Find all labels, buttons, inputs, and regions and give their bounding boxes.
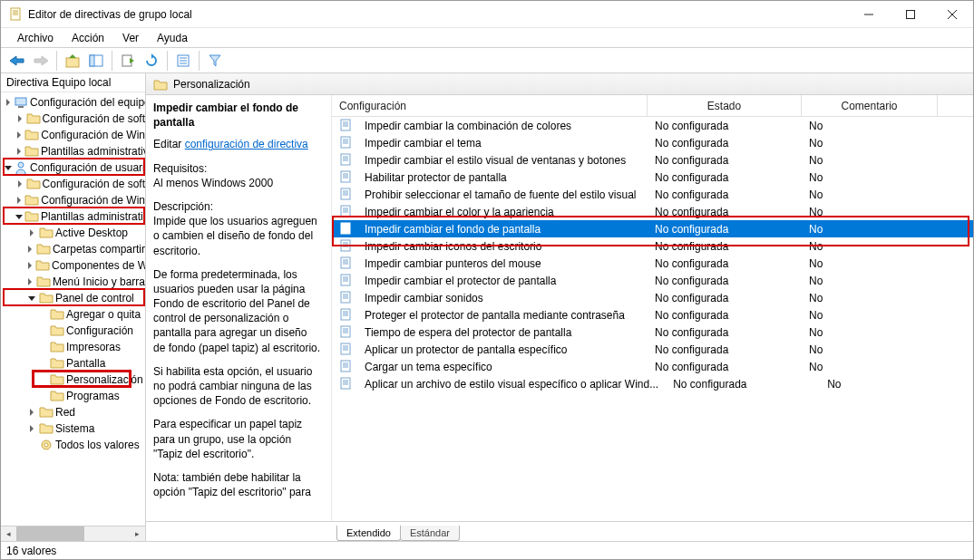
policy-icon bbox=[339, 153, 354, 168]
tree-node[interactable]: Componentes de W bbox=[5, 257, 145, 274]
chevron-right-icon[interactable] bbox=[26, 260, 34, 271]
policy-name: Impedir cambiar el fondo de pantalla bbox=[357, 223, 548, 236]
minimize-button[interactable] bbox=[848, 1, 890, 28]
tree-node[interactable]: Red bbox=[5, 404, 145, 420]
policy-row[interactable]: Impedir cambiar punteros del mouseNo con… bbox=[332, 255, 973, 272]
forward-button[interactable] bbox=[30, 50, 52, 72]
scroll-thumb[interactable] bbox=[16, 526, 84, 541]
tree-node[interactable]: Todos los valores bbox=[5, 437, 145, 453]
svg-marker-22 bbox=[6, 99, 10, 106]
back-button[interactable] bbox=[6, 50, 28, 72]
tree-node[interactable]: Agregar o quita bbox=[5, 306, 145, 323]
tree-node[interactable]: Configuración de Win bbox=[5, 127, 145, 143]
chevron-right-icon[interactable] bbox=[15, 195, 23, 206]
policy-name: Impedir cambiar el tema bbox=[357, 137, 489, 150]
menu-ver[interactable]: Ver bbox=[115, 30, 146, 46]
tree-node[interactable]: Plantillas administrativ bbox=[5, 143, 145, 159]
svg-marker-37 bbox=[28, 296, 35, 301]
policy-row[interactable]: Proteger el protector de pantalla median… bbox=[332, 306, 973, 323]
tree-node[interactable]: Pantalla bbox=[5, 355, 145, 372]
tree-node[interactable]: Configuración del equipo bbox=[5, 94, 145, 111]
tree-node[interactable]: Active Desktop bbox=[5, 225, 145, 241]
policy-row[interactable]: Impedir cambiar el protector de pantalla… bbox=[332, 272, 973, 289]
close-button[interactable] bbox=[931, 1, 973, 28]
policy-row[interactable]: Aplicar un archivo de estilo visual espe… bbox=[332, 375, 973, 392]
policy-row[interactable]: Cargar un tema específicoNo configuradaN… bbox=[332, 358, 973, 375]
refresh-button[interactable] bbox=[141, 50, 162, 72]
show-hide-tree-button[interactable] bbox=[85, 50, 107, 72]
column-header-config[interactable]: Configuración bbox=[332, 95, 648, 116]
maximize-button[interactable] bbox=[890, 1, 931, 28]
tree-node[interactable]: Sistema bbox=[5, 420, 145, 437]
policy-row[interactable]: Habilitar protector de pantallaNo config… bbox=[332, 169, 973, 186]
policy-row[interactable]: Impedir cambiar el temaNo configuradaNo bbox=[332, 134, 973, 151]
edit-policy-link[interactable]: configuración de directiva bbox=[185, 138, 308, 150]
chevron-right-icon[interactable] bbox=[15, 130, 23, 140]
toolbar-separator bbox=[56, 51, 57, 71]
tree-node[interactable]: Programas bbox=[5, 388, 145, 404]
tab-estandar[interactable]: Estándar bbox=[400, 526, 460, 541]
tree-horizontal-scrollbar[interactable]: ◂ ▸ bbox=[1, 526, 145, 541]
policy-row[interactable]: Impedir cambiar sonidosNo configuradaNo bbox=[332, 289, 973, 306]
policy-icon bbox=[339, 291, 354, 305]
tree-node[interactable]: Carpetas compartir bbox=[5, 241, 145, 257]
tree-node[interactable]: Configuración de Win bbox=[5, 192, 145, 208]
tree-body[interactable]: Configuración del equipoConfiguración de… bbox=[1, 92, 145, 526]
column-header-comentario[interactable]: Comentario bbox=[802, 95, 938, 116]
chevron-right-icon[interactable] bbox=[5, 97, 12, 108]
svg-rect-58 bbox=[341, 188, 350, 199]
tree-node[interactable]: Configuración de soft bbox=[5, 176, 145, 192]
export-button[interactable] bbox=[117, 50, 139, 72]
tab-extendido[interactable]: Extendido bbox=[336, 526, 401, 541]
filter-button[interactable] bbox=[204, 50, 226, 72]
tree-node[interactable]: Plantillas administrativ bbox=[5, 208, 145, 225]
policy-name: Aplicar un protector de pantalla específ… bbox=[357, 343, 574, 356]
svg-marker-27 bbox=[17, 148, 21, 155]
tree-node[interactable]: Impresoras bbox=[5, 339, 145, 355]
chevron-right-icon[interactable] bbox=[26, 244, 34, 255]
policy-row[interactable]: Impedir cambiar el color y la apariencia… bbox=[332, 203, 973, 220]
chevron-right-icon[interactable] bbox=[26, 276, 34, 287]
chevron-right-icon[interactable] bbox=[26, 227, 37, 238]
chevron-down-icon[interactable] bbox=[26, 293, 37, 304]
chevron-down-icon[interactable] bbox=[15, 211, 23, 222]
tree-node[interactable]: Panel de control bbox=[5, 290, 145, 306]
chevron-right-icon[interactable] bbox=[15, 146, 23, 157]
tree-node[interactable]: Menú Inicio y barra bbox=[5, 274, 145, 290]
chevron-right-icon[interactable] bbox=[26, 407, 37, 418]
policy-row[interactable]: Impedir cambiar iconos del escritorioNo … bbox=[332, 237, 973, 255]
policy-row[interactable]: Impedir cambiar el fondo de pantallaNo c… bbox=[332, 220, 973, 237]
policy-row[interactable]: Prohibir seleccionar el tamaño de fuente… bbox=[332, 186, 973, 203]
tree-node[interactable]: Configuración bbox=[5, 323, 145, 339]
menu-archivo[interactable]: Archivo bbox=[10, 30, 61, 46]
scroll-track[interactable] bbox=[16, 526, 130, 541]
properties-button[interactable] bbox=[172, 50, 194, 72]
policy-comment: No bbox=[820, 378, 956, 391]
scroll-right-button[interactable]: ▸ bbox=[130, 526, 145, 541]
policy-row[interactable]: Impedir cambiar el estilo visual de vent… bbox=[332, 151, 973, 169]
tree-node[interactable]: Configuración de usuario bbox=[5, 159, 145, 176]
svg-marker-16 bbox=[151, 53, 154, 59]
menu-accion[interactable]: Acción bbox=[64, 30, 112, 46]
policy-row[interactable]: Impedir cambiar la combinación de colore… bbox=[332, 117, 973, 134]
policy-list[interactable]: Impedir cambiar la combinación de colore… bbox=[332, 117, 973, 521]
column-header-estado[interactable]: Estado bbox=[648, 95, 802, 116]
chevron-down-icon[interactable] bbox=[5, 162, 12, 173]
scroll-left-button[interactable]: ◂ bbox=[1, 526, 16, 541]
svg-marker-35 bbox=[28, 262, 32, 269]
chevron-right-icon[interactable] bbox=[15, 179, 24, 189]
tree-node-label: Agregar o quita bbox=[66, 308, 141, 321]
menu-ayuda[interactable]: Ayuda bbox=[150, 30, 195, 46]
chevron-right-icon[interactable] bbox=[26, 423, 37, 434]
policy-status: No configurada bbox=[648, 309, 802, 322]
policy-row[interactable]: Aplicar un protector de pantalla específ… bbox=[332, 341, 973, 358]
policy-row[interactable]: Tiempo de espera del protector de pantal… bbox=[332, 323, 973, 341]
tree-node[interactable]: Configuración de soft bbox=[5, 111, 145, 127]
description-block: Descripción: Impide que los usuarios agr… bbox=[153, 199, 322, 258]
chevron-right-icon[interactable] bbox=[15, 113, 24, 124]
policy-comment: No bbox=[802, 154, 938, 167]
tree-node-label: Plantillas administrativ bbox=[41, 210, 145, 223]
tree-node[interactable]: Personalización bbox=[5, 372, 145, 388]
up-button[interactable] bbox=[62, 50, 83, 72]
policy-icon bbox=[339, 239, 354, 254]
